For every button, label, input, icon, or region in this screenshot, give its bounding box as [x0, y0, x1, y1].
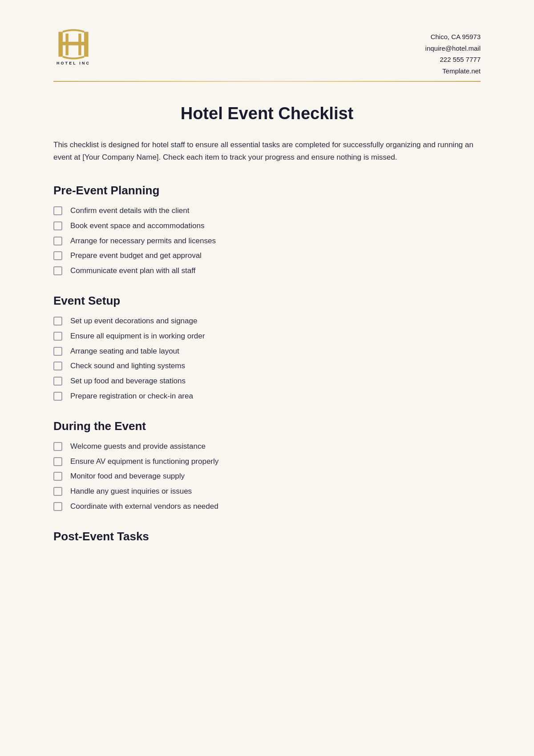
contact-email: inquire@hotel.mail [425, 43, 481, 54]
checklist-sections: Pre-Event PlanningConfirm event details … [53, 184, 481, 543]
checkbox[interactable] [53, 266, 62, 275]
checklist-1: Set up event decorations and signageEnsu… [53, 316, 481, 402]
checkbox[interactable] [53, 472, 62, 481]
checklist-item-text: Arrange for necessary permits and licens… [70, 236, 216, 246]
list-item: Ensure all equipment is in working order [53, 331, 481, 342]
svg-text:HOTEL INC: HOTEL INC [57, 61, 90, 65]
svg-rect-4 [78, 33, 81, 44]
logo-section: HOTEL INC [53, 27, 93, 67]
checklist-item-text: Confirm event details with the client [70, 205, 189, 216]
header: HOTEL INC Chico, CA 95973 inquire@hotel.… [53, 27, 481, 76]
checkbox[interactable] [53, 251, 62, 260]
checklist-0: Confirm event details with the clientBoo… [53, 205, 481, 276]
svg-rect-6 [78, 45, 81, 55]
checklist-item-text: Set up event decorations and signage [70, 316, 197, 326]
hotel-logo: HOTEL INC [53, 27, 93, 67]
section-3: Post-Event Tasks [53, 530, 481, 543]
contact-section: Chico, CA 95973 inquire@hotel.mail 222 5… [425, 27, 481, 76]
svg-rect-1 [84, 32, 89, 56]
list-item: Communicate event plan with all staff [53, 265, 481, 276]
section-title-3: Post-Event Tasks [53, 530, 481, 543]
checklist-item-text: Book event space and accommodations [70, 221, 204, 231]
checkbox[interactable] [53, 362, 62, 370]
list-item: Handle any guest inquiries or issues [53, 486, 481, 497]
checklist-item-text: Prepare registration or check-in area [70, 391, 193, 402]
checklist-item-text: Arrange seating and table layout [70, 346, 179, 357]
contact-phone: 222 555 7777 [425, 54, 481, 65]
svg-rect-0 [58, 32, 63, 56]
checkbox[interactable] [53, 317, 62, 326]
checkbox[interactable] [53, 237, 62, 245]
section-title-1: Event Setup [53, 294, 481, 308]
checkbox[interactable] [53, 457, 62, 466]
checklist-item-text: Monitor food and beverage supply [70, 471, 185, 482]
checklist-2: Welcome guests and provide assistanceEns… [53, 441, 481, 512]
list-item: Arrange seating and table layout [53, 346, 481, 357]
page-title: Hotel Event Checklist [53, 104, 481, 123]
list-item: Coordinate with external vendors as need… [53, 501, 481, 512]
section-2: During the EventWelcome guests and provi… [53, 419, 481, 512]
checklist-item-text: Communicate event plan with all staff [70, 265, 195, 276]
list-item: Book event space and accommodations [53, 221, 481, 231]
checkbox[interactable] [53, 392, 62, 401]
checklist-item-text: Coordinate with external vendors as need… [70, 501, 218, 512]
list-item: Set up food and beverage stations [53, 376, 481, 386]
list-item: Set up event decorations and signage [53, 316, 481, 326]
list-item: Ensure AV equipment is functioning prope… [53, 456, 481, 467]
checklist-item-text: Prepare event budget and get approval [70, 250, 202, 261]
page: HOTEL INC Chico, CA 95973 inquire@hotel.… [0, 0, 534, 756]
checkbox[interactable] [53, 206, 62, 215]
list-item: Monitor food and beverage supply [53, 471, 481, 482]
svg-rect-5 [65, 45, 68, 55]
list-item: Arrange for necessary permits and licens… [53, 236, 481, 246]
checklist-item-text: Handle any guest inquiries or issues [70, 486, 192, 497]
svg-rect-3 [65, 33, 68, 44]
section-title-0: Pre-Event Planning [53, 184, 481, 197]
contact-address: Chico, CA 95973 [425, 31, 481, 43]
list-item: Prepare event budget and get approval [53, 250, 481, 261]
checklist-item-text: Welcome guests and provide assistance [70, 441, 206, 452]
intro-paragraph: This checklist is designed for hotel sta… [53, 139, 481, 164]
section-title-2: During the Event [53, 419, 481, 433]
checkbox[interactable] [53, 221, 62, 230]
checklist-item-text: Set up food and beverage stations [70, 376, 186, 386]
list-item: Welcome guests and provide assistance [53, 441, 481, 452]
list-item: Check sound and lighting systems [53, 361, 481, 371]
header-divider [53, 81, 481, 82]
checkbox[interactable] [53, 442, 62, 451]
checklist-item-text: Ensure all equipment is in working order [70, 331, 205, 342]
checkbox[interactable] [53, 332, 62, 341]
contact-website: Template.net [425, 65, 481, 77]
checkbox[interactable] [53, 347, 62, 356]
list-item: Prepare registration or check-in area [53, 391, 481, 402]
checklist-item-text: Ensure AV equipment is functioning prope… [70, 456, 218, 467]
section-1: Event SetupSet up event decorations and … [53, 294, 481, 402]
checkbox[interactable] [53, 502, 62, 511]
checkbox[interactable] [53, 377, 62, 386]
section-0: Pre-Event PlanningConfirm event details … [53, 184, 481, 276]
list-item: Confirm event details with the client [53, 205, 481, 216]
checklist-item-text: Check sound and lighting systems [70, 361, 185, 371]
checkbox[interactable] [53, 487, 62, 496]
